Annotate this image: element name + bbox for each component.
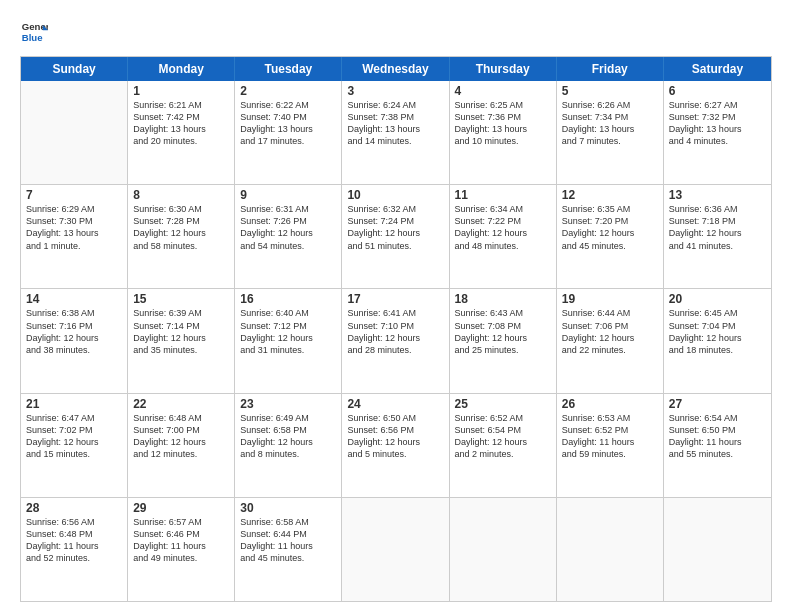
calendar-cell: 17Sunrise: 6:41 AM Sunset: 7:10 PM Dayli… <box>342 289 449 392</box>
calendar-cell: 3Sunrise: 6:24 AM Sunset: 7:38 PM Daylig… <box>342 81 449 184</box>
day-number: 19 <box>562 292 658 306</box>
day-number: 9 <box>240 188 336 202</box>
day-info: Sunrise: 6:22 AM Sunset: 7:40 PM Dayligh… <box>240 99 336 148</box>
calendar-cell: 30Sunrise: 6:58 AM Sunset: 6:44 PM Dayli… <box>235 498 342 601</box>
day-info: Sunrise: 6:26 AM Sunset: 7:34 PM Dayligh… <box>562 99 658 148</box>
calendar-row: 7Sunrise: 6:29 AM Sunset: 7:30 PM Daylig… <box>21 185 771 289</box>
calendar-cell: 2Sunrise: 6:22 AM Sunset: 7:40 PM Daylig… <box>235 81 342 184</box>
day-info: Sunrise: 6:41 AM Sunset: 7:10 PM Dayligh… <box>347 307 443 356</box>
calendar-cell <box>342 498 449 601</box>
day-info: Sunrise: 6:32 AM Sunset: 7:24 PM Dayligh… <box>347 203 443 252</box>
calendar-cell: 24Sunrise: 6:50 AM Sunset: 6:56 PM Dayli… <box>342 394 449 497</box>
calendar-cell: 20Sunrise: 6:45 AM Sunset: 7:04 PM Dayli… <box>664 289 771 392</box>
day-number: 20 <box>669 292 766 306</box>
calendar-cell: 26Sunrise: 6:53 AM Sunset: 6:52 PM Dayli… <box>557 394 664 497</box>
calendar-row: 21Sunrise: 6:47 AM Sunset: 7:02 PM Dayli… <box>21 394 771 498</box>
day-info: Sunrise: 6:25 AM Sunset: 7:36 PM Dayligh… <box>455 99 551 148</box>
calendar-cell: 23Sunrise: 6:49 AM Sunset: 6:58 PM Dayli… <box>235 394 342 497</box>
calendar-cell: 22Sunrise: 6:48 AM Sunset: 7:00 PM Dayli… <box>128 394 235 497</box>
day-info: Sunrise: 6:29 AM Sunset: 7:30 PM Dayligh… <box>26 203 122 252</box>
calendar-cell <box>557 498 664 601</box>
day-number: 21 <box>26 397 122 411</box>
day-info: Sunrise: 6:30 AM Sunset: 7:28 PM Dayligh… <box>133 203 229 252</box>
day-info: Sunrise: 6:43 AM Sunset: 7:08 PM Dayligh… <box>455 307 551 356</box>
day-number: 4 <box>455 84 551 98</box>
calendar-cell: 8Sunrise: 6:30 AM Sunset: 7:28 PM Daylig… <box>128 185 235 288</box>
day-info: Sunrise: 6:40 AM Sunset: 7:12 PM Dayligh… <box>240 307 336 356</box>
header: General Blue <box>20 18 772 46</box>
day-number: 16 <box>240 292 336 306</box>
day-info: Sunrise: 6:44 AM Sunset: 7:06 PM Dayligh… <box>562 307 658 356</box>
day-info: Sunrise: 6:24 AM Sunset: 7:38 PM Dayligh… <box>347 99 443 148</box>
weekday-header: Wednesday <box>342 57 449 81</box>
day-number: 29 <box>133 501 229 515</box>
calendar-row: 14Sunrise: 6:38 AM Sunset: 7:16 PM Dayli… <box>21 289 771 393</box>
calendar-cell: 14Sunrise: 6:38 AM Sunset: 7:16 PM Dayli… <box>21 289 128 392</box>
calendar-cell: 13Sunrise: 6:36 AM Sunset: 7:18 PM Dayli… <box>664 185 771 288</box>
weekday-header: Friday <box>557 57 664 81</box>
day-number: 15 <box>133 292 229 306</box>
day-info: Sunrise: 6:49 AM Sunset: 6:58 PM Dayligh… <box>240 412 336 461</box>
svg-text:Blue: Blue <box>22 32 43 43</box>
day-info: Sunrise: 6:38 AM Sunset: 7:16 PM Dayligh… <box>26 307 122 356</box>
day-number: 24 <box>347 397 443 411</box>
day-number: 23 <box>240 397 336 411</box>
day-number: 18 <box>455 292 551 306</box>
weekday-header: Tuesday <box>235 57 342 81</box>
day-info: Sunrise: 6:53 AM Sunset: 6:52 PM Dayligh… <box>562 412 658 461</box>
day-number: 3 <box>347 84 443 98</box>
calendar-cell: 9Sunrise: 6:31 AM Sunset: 7:26 PM Daylig… <box>235 185 342 288</box>
calendar: SundayMondayTuesdayWednesdayThursdayFrid… <box>20 56 772 602</box>
calendar-cell: 7Sunrise: 6:29 AM Sunset: 7:30 PM Daylig… <box>21 185 128 288</box>
day-info: Sunrise: 6:36 AM Sunset: 7:18 PM Dayligh… <box>669 203 766 252</box>
calendar-cell: 15Sunrise: 6:39 AM Sunset: 7:14 PM Dayli… <box>128 289 235 392</box>
day-number: 25 <box>455 397 551 411</box>
day-number: 5 <box>562 84 658 98</box>
day-info: Sunrise: 6:45 AM Sunset: 7:04 PM Dayligh… <box>669 307 766 356</box>
day-info: Sunrise: 6:27 AM Sunset: 7:32 PM Dayligh… <box>669 99 766 148</box>
day-number: 11 <box>455 188 551 202</box>
calendar-cell: 21Sunrise: 6:47 AM Sunset: 7:02 PM Dayli… <box>21 394 128 497</box>
day-number: 14 <box>26 292 122 306</box>
day-info: Sunrise: 6:31 AM Sunset: 7:26 PM Dayligh… <box>240 203 336 252</box>
weekday-header: Thursday <box>450 57 557 81</box>
page: General Blue SundayMondayTuesdayWednesda… <box>0 0 792 612</box>
day-number: 27 <box>669 397 766 411</box>
day-number: 22 <box>133 397 229 411</box>
calendar-cell <box>21 81 128 184</box>
calendar-cell <box>450 498 557 601</box>
calendar-header: SundayMondayTuesdayWednesdayThursdayFrid… <box>21 57 771 81</box>
day-number: 26 <box>562 397 658 411</box>
day-info: Sunrise: 6:57 AM Sunset: 6:46 PM Dayligh… <box>133 516 229 565</box>
calendar-row: 1Sunrise: 6:21 AM Sunset: 7:42 PM Daylig… <box>21 81 771 185</box>
calendar-cell: 12Sunrise: 6:35 AM Sunset: 7:20 PM Dayli… <box>557 185 664 288</box>
calendar-cell: 19Sunrise: 6:44 AM Sunset: 7:06 PM Dayli… <box>557 289 664 392</box>
day-info: Sunrise: 6:52 AM Sunset: 6:54 PM Dayligh… <box>455 412 551 461</box>
day-number: 8 <box>133 188 229 202</box>
calendar-cell: 27Sunrise: 6:54 AM Sunset: 6:50 PM Dayli… <box>664 394 771 497</box>
calendar-cell: 6Sunrise: 6:27 AM Sunset: 7:32 PM Daylig… <box>664 81 771 184</box>
day-info: Sunrise: 6:39 AM Sunset: 7:14 PM Dayligh… <box>133 307 229 356</box>
day-info: Sunrise: 6:47 AM Sunset: 7:02 PM Dayligh… <box>26 412 122 461</box>
calendar-row: 28Sunrise: 6:56 AM Sunset: 6:48 PM Dayli… <box>21 498 771 601</box>
day-number: 6 <box>669 84 766 98</box>
day-number: 28 <box>26 501 122 515</box>
calendar-cell: 11Sunrise: 6:34 AM Sunset: 7:22 PM Dayli… <box>450 185 557 288</box>
day-info: Sunrise: 6:54 AM Sunset: 6:50 PM Dayligh… <box>669 412 766 461</box>
calendar-cell: 16Sunrise: 6:40 AM Sunset: 7:12 PM Dayli… <box>235 289 342 392</box>
calendar-cell: 10Sunrise: 6:32 AM Sunset: 7:24 PM Dayli… <box>342 185 449 288</box>
day-number: 12 <box>562 188 658 202</box>
day-number: 13 <box>669 188 766 202</box>
calendar-cell: 29Sunrise: 6:57 AM Sunset: 6:46 PM Dayli… <box>128 498 235 601</box>
calendar-body: 1Sunrise: 6:21 AM Sunset: 7:42 PM Daylig… <box>21 81 771 601</box>
weekday-header: Monday <box>128 57 235 81</box>
day-info: Sunrise: 6:50 AM Sunset: 6:56 PM Dayligh… <box>347 412 443 461</box>
calendar-cell <box>664 498 771 601</box>
day-number: 10 <box>347 188 443 202</box>
calendar-cell: 1Sunrise: 6:21 AM Sunset: 7:42 PM Daylig… <box>128 81 235 184</box>
day-number: 30 <box>240 501 336 515</box>
day-number: 7 <box>26 188 122 202</box>
calendar-cell: 5Sunrise: 6:26 AM Sunset: 7:34 PM Daylig… <box>557 81 664 184</box>
day-info: Sunrise: 6:48 AM Sunset: 7:00 PM Dayligh… <box>133 412 229 461</box>
day-info: Sunrise: 6:58 AM Sunset: 6:44 PM Dayligh… <box>240 516 336 565</box>
